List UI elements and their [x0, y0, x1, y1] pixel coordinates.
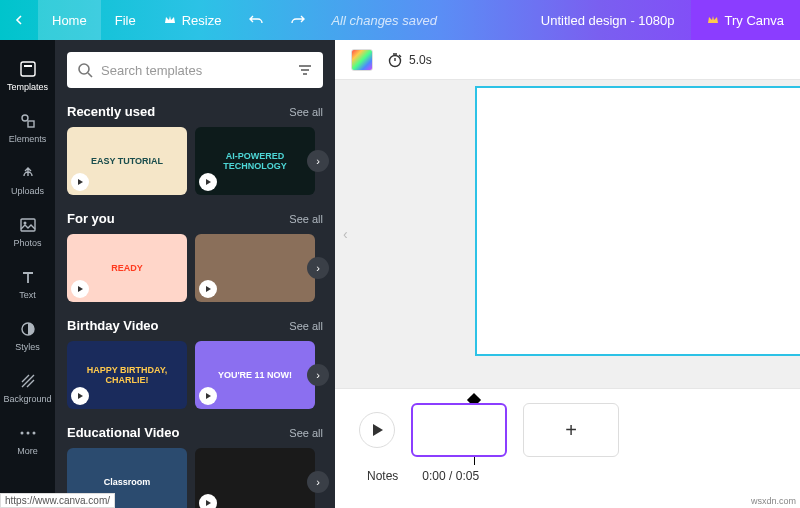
elements-icon	[19, 112, 37, 130]
search-input[interactable]	[101, 63, 289, 78]
templates-icon	[19, 60, 37, 78]
stopwatch-icon	[387, 52, 403, 68]
scroll-right-button[interactable]: ›	[307, 471, 329, 493]
rail-templates[interactable]: Templates	[0, 50, 55, 102]
time-display: 0:00 / 0:05	[422, 469, 479, 483]
template-thumbnail[interactable]: HAPPY BIRTHDAY, CHARLIE!	[67, 341, 187, 409]
template-row: EASY TUTORIALAI-POWERED TECHNOLOGY ›	[67, 127, 323, 195]
rail-styles[interactable]: Styles	[0, 310, 55, 362]
uploads-icon	[19, 164, 37, 182]
color-picker[interactable]	[351, 49, 373, 71]
duration-control[interactable]: 5.0s	[387, 52, 432, 68]
template-thumbnail[interactable]: YOU'RE 11 NOW!	[195, 341, 315, 409]
side-rail: Templates Elements Uploads Photos Text S…	[0, 40, 55, 508]
scroll-right-button[interactable]: ›	[307, 150, 329, 172]
stage-wrap: ‹	[335, 80, 800, 388]
save-status: All changes saved	[331, 13, 437, 28]
rail-elements[interactable]: Elements	[0, 102, 55, 154]
svg-point-7	[20, 432, 23, 435]
resize-button[interactable]: Resize	[150, 0, 236, 40]
svg-rect-4	[21, 219, 35, 231]
svg-point-2	[22, 115, 28, 121]
more-icon	[19, 424, 37, 442]
svg-rect-3	[28, 121, 34, 127]
see-all-link[interactable]: See all	[289, 427, 323, 439]
browser-statusbar: https://www.canva.com/	[0, 493, 115, 508]
section-title: Educational Video	[67, 425, 179, 440]
photos-icon	[19, 216, 37, 234]
styles-icon	[19, 320, 37, 338]
template-thumbnail[interactable]: READY	[67, 234, 187, 302]
svg-rect-1	[24, 65, 32, 67]
rail-text[interactable]: Text	[0, 258, 55, 310]
timeline: + Notes 0:00 / 0:05	[335, 388, 800, 508]
svg-rect-0	[21, 62, 35, 76]
template-row: HAPPY BIRTHDAY, CHARLIE!YOU'RE 11 NOW! ›	[67, 341, 323, 409]
scroll-right-button[interactable]: ›	[307, 257, 329, 279]
search-icon	[77, 62, 93, 78]
section-title: Birthday Video	[67, 318, 159, 333]
prev-page-button[interactable]: ‹	[343, 226, 348, 242]
undo-button[interactable]	[235, 0, 277, 40]
play-icon	[71, 387, 89, 405]
canvas-toolbar: 5.0s	[335, 40, 800, 80]
play-icon	[199, 280, 217, 298]
redo-button[interactable]	[277, 0, 319, 40]
rail-uploads[interactable]: Uploads	[0, 154, 55, 206]
templates-panel: Recently used See all EASY TUTORIALAI-PO…	[55, 40, 335, 508]
crown-icon	[164, 14, 176, 26]
see-all-link[interactable]: See all	[289, 320, 323, 332]
play-icon	[71, 280, 89, 298]
add-page-button[interactable]: +	[523, 403, 619, 457]
template-row: READY ›	[67, 234, 323, 302]
scroll-right-button[interactable]: ›	[307, 364, 329, 386]
rail-photos[interactable]: Photos	[0, 206, 55, 258]
play-icon	[71, 173, 89, 191]
crown-icon	[707, 14, 719, 26]
svg-point-9	[32, 432, 35, 435]
rail-background[interactable]: Background	[0, 362, 55, 414]
play-icon	[199, 494, 217, 508]
top-bar: Home File Resize All changes saved Untit…	[0, 0, 800, 40]
section-title: For you	[67, 211, 115, 226]
timeline-clip[interactable]	[411, 403, 507, 457]
canvas-area: 5.0s ‹ + Notes 0:00 / 0:05	[335, 40, 800, 508]
play-icon	[199, 387, 217, 405]
search-bar[interactable]	[67, 52, 323, 88]
canvas-stage[interactable]	[475, 86, 800, 356]
design-title[interactable]: Untitled design - 1080p	[541, 13, 675, 28]
back-button[interactable]	[0, 0, 38, 40]
notes-button[interactable]: Notes	[367, 469, 398, 483]
section-title: Recently used	[67, 104, 155, 119]
svg-point-8	[26, 432, 29, 435]
play-button[interactable]	[359, 412, 395, 448]
template-thumbnail[interactable]: EASY TUTORIAL	[67, 127, 187, 195]
see-all-link[interactable]: See all	[289, 106, 323, 118]
template-thumbnail[interactable]	[195, 448, 315, 508]
try-canva-button[interactable]: Try Canva	[691, 0, 800, 40]
svg-point-10	[79, 64, 89, 74]
play-icon	[199, 173, 217, 191]
see-all-link[interactable]: See all	[289, 213, 323, 225]
home-button[interactable]: Home	[38, 0, 101, 40]
background-icon	[19, 372, 37, 390]
template-thumbnail[interactable]	[195, 234, 315, 302]
text-icon	[19, 268, 37, 286]
file-menu[interactable]: File	[101, 0, 150, 40]
watermark: wsxdn.com	[751, 496, 796, 506]
template-thumbnail[interactable]: AI-POWERED TECHNOLOGY	[195, 127, 315, 195]
rail-more[interactable]: More	[0, 414, 55, 466]
filter-icon[interactable]	[297, 62, 313, 78]
